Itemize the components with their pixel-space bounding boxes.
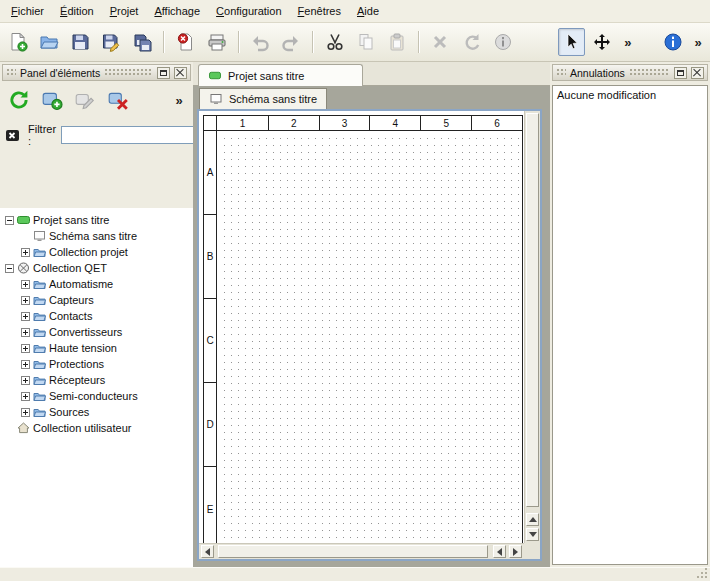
expand-icon[interactable] (21, 360, 30, 369)
save-button[interactable] (66, 28, 93, 56)
menu-fenetres[interactable]: Fenêtres (290, 2, 349, 20)
expand-icon[interactable] (21, 392, 30, 401)
expand-icon[interactable] (21, 344, 30, 353)
copy-button[interactable] (352, 28, 379, 56)
folder-icon (33, 246, 46, 258)
expand-icon[interactable] (21, 248, 30, 257)
undo-dock: Annulations Aucune modification (550, 62, 710, 567)
tree-item-protections[interactable]: Protections (0, 356, 193, 372)
delete-button[interactable] (427, 28, 454, 56)
undo-history-item[interactable]: Aucune modification (553, 86, 707, 104)
scroll-left-button[interactable] (201, 545, 214, 558)
tree-item-sources[interactable]: Sources (0, 404, 193, 420)
elements-panel-title: Panel d'éléments (20, 67, 100, 79)
dock-float-button[interactable] (157, 67, 170, 79)
expand-icon[interactable] (21, 328, 30, 337)
expand-icon[interactable] (21, 408, 30, 417)
edit-element-button[interactable] (72, 87, 98, 113)
tree-item-semi-conducteurs[interactable]: Semi-conducteurs (0, 388, 193, 404)
print-button[interactable] (203, 28, 230, 56)
element-info-icon (493, 32, 513, 52)
dock-close-button[interactable] (174, 67, 187, 79)
help-info-button[interactable] (659, 28, 686, 56)
redo-button[interactable] (278, 28, 305, 56)
scroll-left-button-2[interactable] (493, 545, 506, 558)
expand-icon[interactable] (21, 280, 30, 289)
collapse-icon[interactable] (5, 264, 14, 273)
element-info-button[interactable] (489, 28, 516, 56)
tree-item-project[interactable]: Projet sans titre (0, 212, 193, 228)
pointer-icon (561, 32, 581, 52)
diagram-tab[interactable]: Schéma sans titre (199, 88, 327, 109)
project-tab[interactable]: Projet sans titre (198, 64, 363, 86)
arrow-up-icon (529, 517, 537, 522)
tree-item-collection-projet[interactable]: Collection projet (0, 244, 193, 260)
menu-edition[interactable]: Édition (52, 2, 102, 20)
reload-collections-button[interactable] (6, 87, 32, 113)
dock-grip (629, 68, 670, 77)
collapse-icon[interactable] (5, 216, 14, 225)
menu-affichage[interactable]: Affichage (146, 2, 208, 20)
toolbar-overflow-button[interactable]: » (690, 28, 706, 56)
clear-filter-button[interactable] (5, 125, 23, 145)
resize-grip[interactable] (698, 569, 707, 578)
float-icon (160, 70, 167, 76)
rotate-button[interactable] (458, 28, 485, 56)
filter-input[interactable] (61, 126, 211, 144)
row-label: B (204, 215, 216, 299)
tools-overflow-button[interactable]: » (620, 28, 636, 56)
tree-item-schema[interactable]: Schéma sans titre (0, 228, 193, 244)
save-all-button[interactable] (129, 28, 156, 56)
scroll-right-button[interactable] (509, 545, 522, 558)
diagram-tab-label: Schéma sans titre (229, 93, 317, 105)
tree-item-label: Récepteurs (49, 374, 105, 386)
tree-item-recepteurs[interactable]: Récepteurs (0, 372, 193, 388)
column-label: 2 (268, 116, 319, 130)
save-as-button[interactable] (98, 28, 125, 56)
folder-icon (33, 294, 46, 306)
menu-projet[interactable]: Projet (102, 2, 147, 20)
tree-item-haute-tension[interactable]: Haute tension (0, 340, 193, 356)
paste-button[interactable] (384, 28, 411, 56)
open-file-button[interactable] (35, 28, 62, 56)
undo-button[interactable] (247, 28, 274, 56)
scroll-down-button[interactable] (526, 528, 539, 541)
folder-icon (33, 342, 46, 354)
dock-close-button[interactable] (691, 67, 704, 79)
pointer-tool-button[interactable] (558, 28, 585, 56)
home-icon (17, 422, 30, 434)
tree-item-label: Sources (49, 406, 89, 418)
tree-item-convertisseurs[interactable]: Convertisseurs (0, 324, 193, 340)
tree-item-label: Convertisseurs (49, 326, 122, 338)
tree-item-collection-utilisateur[interactable]: Collection utilisateur (0, 420, 193, 436)
tree-item-capteurs[interactable]: Capteurs (0, 292, 193, 308)
expand-icon[interactable] (21, 312, 30, 321)
delete-element-button[interactable] (105, 87, 131, 113)
menu-aide[interactable]: Aide (349, 2, 387, 20)
undo-dock-header: Annulations (552, 64, 708, 81)
row-label: A (204, 131, 216, 215)
main-toolbar: » » (0, 23, 710, 62)
panel-overflow-button[interactable]: » (171, 93, 187, 108)
tree-item-contacts[interactable]: Contacts (0, 308, 193, 324)
new-file-button[interactable] (4, 28, 31, 56)
vertical-scrollbar-thumb[interactable] (526, 113, 539, 507)
save-as-icon (101, 32, 121, 52)
horizontal-scrollbar-thumb[interactable] (218, 545, 488, 558)
tree-item-automatisme[interactable]: Automatisme (0, 276, 193, 292)
diagram-canvas[interactable] (218, 132, 522, 543)
expand-icon[interactable] (21, 296, 30, 305)
menu-configuration[interactable]: Configuration (208, 2, 289, 20)
new-element-button[interactable] (39, 87, 65, 113)
cut-button[interactable] (321, 28, 348, 56)
close-file-button[interactable] (172, 28, 199, 56)
move-tool-button[interactable] (589, 28, 616, 56)
expand-icon[interactable] (21, 376, 30, 385)
copy-icon (356, 32, 376, 52)
menu-fichier[interactable]: Fichier (3, 2, 52, 20)
tree-item-collection-qet[interactable]: Collection QET (0, 260, 193, 276)
dock-float-button[interactable] (674, 67, 687, 79)
statusbar (0, 567, 710, 581)
scroll-up-button[interactable] (526, 513, 539, 526)
folder-icon (33, 326, 46, 338)
